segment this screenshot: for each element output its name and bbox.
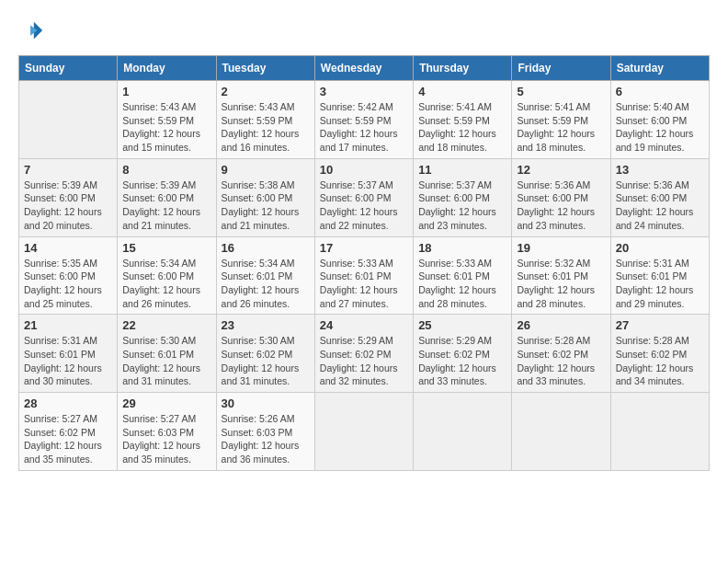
day-info: Sunrise: 5:36 AM Sunset: 6:00 PM Dayligh… xyxy=(517,178,605,233)
day-info: Sunrise: 5:30 AM Sunset: 6:01 PM Dayligh… xyxy=(122,334,210,388)
weekday-header-monday: Monday xyxy=(118,56,216,81)
day-number: 19 xyxy=(517,241,605,255)
day-info: Sunrise: 5:39 AM Sunset: 6:00 PM Dayligh… xyxy=(122,178,210,233)
day-info: Sunrise: 5:26 AM Sunset: 6:03 PM Dayligh… xyxy=(222,412,310,466)
day-number: 14 xyxy=(24,241,112,255)
day-info: Sunrise: 5:39 AM Sunset: 6:00 PM Dayligh… xyxy=(24,178,112,233)
calendar-cell: 2Sunrise: 5:43 AM Sunset: 5:59 PM Daylig… xyxy=(216,81,314,159)
day-info: Sunrise: 5:32 AM Sunset: 6:01 PM Dayligh… xyxy=(517,257,605,311)
day-info: Sunrise: 5:27 AM Sunset: 6:02 PM Dayligh… xyxy=(24,412,112,466)
day-number: 4 xyxy=(418,85,506,98)
day-number: 23 xyxy=(222,318,310,332)
calendar-cell: 15Sunrise: 5:34 AM Sunset: 6:00 PM Dayli… xyxy=(118,236,216,315)
day-number: 5 xyxy=(517,85,605,98)
day-info: Sunrise: 5:29 AM Sunset: 6:02 PM Dayligh… xyxy=(320,334,408,388)
day-number: 18 xyxy=(418,241,506,255)
calendar-cell xyxy=(610,393,709,471)
calendar-table: SundayMondayTuesdayWednesdayThursdayFrid… xyxy=(18,55,710,471)
calendar-cell: 24Sunrise: 5:29 AM Sunset: 6:02 PM Dayli… xyxy=(314,315,413,393)
calendar-cell: 7Sunrise: 5:39 AM Sunset: 6:00 PM Daylig… xyxy=(19,158,118,236)
day-info: Sunrise: 5:43 AM Sunset: 5:59 PM Dayligh… xyxy=(122,100,210,155)
calendar-cell: 6Sunrise: 5:40 AM Sunset: 6:00 PM Daylig… xyxy=(610,81,709,159)
day-number: 30 xyxy=(222,396,310,410)
weekday-header-row: SundayMondayTuesdayWednesdayThursdayFrid… xyxy=(19,56,710,81)
calendar-cell: 22Sunrise: 5:30 AM Sunset: 6:01 PM Dayli… xyxy=(118,315,216,393)
day-info: Sunrise: 5:34 AM Sunset: 6:01 PM Dayligh… xyxy=(222,257,310,311)
calendar-cell: 23Sunrise: 5:30 AM Sunset: 6:02 PM Dayli… xyxy=(216,315,314,393)
day-info: Sunrise: 5:40 AM Sunset: 6:00 PM Dayligh… xyxy=(616,100,704,155)
calendar-cell: 16Sunrise: 5:34 AM Sunset: 6:01 PM Dayli… xyxy=(216,236,314,315)
day-info: Sunrise: 5:28 AM Sunset: 6:02 PM Dayligh… xyxy=(517,334,605,388)
day-number: 25 xyxy=(418,318,506,332)
day-number: 12 xyxy=(517,163,605,177)
day-info: Sunrise: 5:33 AM Sunset: 6:01 PM Dayligh… xyxy=(320,257,408,311)
day-number: 16 xyxy=(222,241,310,255)
day-info: Sunrise: 5:37 AM Sunset: 6:00 PM Dayligh… xyxy=(320,178,408,233)
calendar-cell: 9Sunrise: 5:38 AM Sunset: 6:00 PM Daylig… xyxy=(216,158,314,236)
weekday-header-thursday: Thursday xyxy=(414,56,512,81)
logo-icon xyxy=(18,18,44,44)
weekday-header-sunday: Sunday xyxy=(19,56,118,81)
calendar-cell: 26Sunrise: 5:28 AM Sunset: 6:02 PM Dayli… xyxy=(512,315,610,393)
week-row-3: 14Sunrise: 5:35 AM Sunset: 6:00 PM Dayli… xyxy=(19,236,710,315)
day-number: 21 xyxy=(24,318,112,332)
day-info: Sunrise: 5:27 AM Sunset: 6:03 PM Dayligh… xyxy=(122,412,210,466)
day-number: 8 xyxy=(122,163,210,177)
day-number: 3 xyxy=(320,85,408,98)
day-info: Sunrise: 5:43 AM Sunset: 5:59 PM Dayligh… xyxy=(222,100,310,155)
day-info: Sunrise: 5:41 AM Sunset: 5:59 PM Dayligh… xyxy=(418,100,506,155)
day-info: Sunrise: 5:35 AM Sunset: 6:00 PM Dayligh… xyxy=(24,257,112,311)
day-number: 6 xyxy=(616,85,704,98)
day-info: Sunrise: 5:30 AM Sunset: 6:02 PM Dayligh… xyxy=(222,334,310,388)
day-number: 24 xyxy=(320,318,408,332)
day-info: Sunrise: 5:41 AM Sunset: 5:59 PM Dayligh… xyxy=(517,100,605,155)
week-row-2: 7Sunrise: 5:39 AM Sunset: 6:00 PM Daylig… xyxy=(19,158,710,236)
day-number: 9 xyxy=(222,163,310,177)
day-info: Sunrise: 5:31 AM Sunset: 6:01 PM Dayligh… xyxy=(24,334,112,388)
calendar-cell: 14Sunrise: 5:35 AM Sunset: 6:00 PM Dayli… xyxy=(19,236,118,315)
calendar-cell: 30Sunrise: 5:26 AM Sunset: 6:03 PM Dayli… xyxy=(216,393,314,471)
day-number: 17 xyxy=(320,241,408,255)
day-info: Sunrise: 5:33 AM Sunset: 6:01 PM Dayligh… xyxy=(418,257,506,311)
calendar-cell xyxy=(19,81,118,159)
day-number: 28 xyxy=(24,396,112,410)
calendar-cell: 25Sunrise: 5:29 AM Sunset: 6:02 PM Dayli… xyxy=(414,315,512,393)
logo xyxy=(18,18,48,44)
calendar-cell: 20Sunrise: 5:31 AM Sunset: 6:01 PM Dayli… xyxy=(610,236,709,315)
calendar-cell: 5Sunrise: 5:41 AM Sunset: 5:59 PM Daylig… xyxy=(512,81,610,159)
calendar-cell: 21Sunrise: 5:31 AM Sunset: 6:01 PM Dayli… xyxy=(19,315,118,393)
day-number: 1 xyxy=(122,85,210,98)
calendar-cell: 29Sunrise: 5:27 AM Sunset: 6:03 PM Dayli… xyxy=(118,393,216,471)
calendar-cell xyxy=(314,393,413,471)
weekday-header-wednesday: Wednesday xyxy=(314,56,413,81)
day-number: 15 xyxy=(122,241,210,255)
day-number: 10 xyxy=(320,163,408,177)
calendar-cell: 19Sunrise: 5:32 AM Sunset: 6:01 PM Dayli… xyxy=(512,236,610,315)
day-number: 7 xyxy=(24,163,112,177)
calendar-cell: 1Sunrise: 5:43 AM Sunset: 5:59 PM Daylig… xyxy=(118,81,216,159)
day-info: Sunrise: 5:34 AM Sunset: 6:00 PM Dayligh… xyxy=(122,257,210,311)
calendar-cell: 27Sunrise: 5:28 AM Sunset: 6:02 PM Dayli… xyxy=(610,315,709,393)
day-info: Sunrise: 5:38 AM Sunset: 6:00 PM Dayligh… xyxy=(222,178,310,233)
day-info: Sunrise: 5:28 AM Sunset: 6:02 PM Dayligh… xyxy=(616,334,704,388)
calendar-cell: 13Sunrise: 5:36 AM Sunset: 6:00 PM Dayli… xyxy=(610,158,709,236)
calendar-cell: 11Sunrise: 5:37 AM Sunset: 6:00 PM Dayli… xyxy=(414,158,512,236)
day-info: Sunrise: 5:29 AM Sunset: 6:02 PM Dayligh… xyxy=(418,334,506,388)
day-number: 22 xyxy=(122,318,210,332)
week-row-4: 21Sunrise: 5:31 AM Sunset: 6:01 PM Dayli… xyxy=(19,315,710,393)
calendar-cell: 12Sunrise: 5:36 AM Sunset: 6:00 PM Dayli… xyxy=(512,158,610,236)
calendar-cell: 3Sunrise: 5:42 AM Sunset: 5:59 PM Daylig… xyxy=(314,81,413,159)
calendar-cell: 4Sunrise: 5:41 AM Sunset: 5:59 PM Daylig… xyxy=(414,81,512,159)
day-info: Sunrise: 5:31 AM Sunset: 6:01 PM Dayligh… xyxy=(616,257,704,311)
weekday-header-saturday: Saturday xyxy=(610,56,709,81)
day-number: 11 xyxy=(418,163,506,177)
day-number: 20 xyxy=(616,241,704,255)
calendar-cell: 17Sunrise: 5:33 AM Sunset: 6:01 PM Dayli… xyxy=(314,236,413,315)
calendar-cell: 10Sunrise: 5:37 AM Sunset: 6:00 PM Dayli… xyxy=(314,158,413,236)
day-number: 26 xyxy=(517,318,605,332)
page-header xyxy=(18,18,710,44)
day-number: 27 xyxy=(616,318,704,332)
day-info: Sunrise: 5:42 AM Sunset: 5:59 PM Dayligh… xyxy=(320,100,408,155)
calendar-cell xyxy=(512,393,610,471)
day-number: 2 xyxy=(222,85,310,98)
